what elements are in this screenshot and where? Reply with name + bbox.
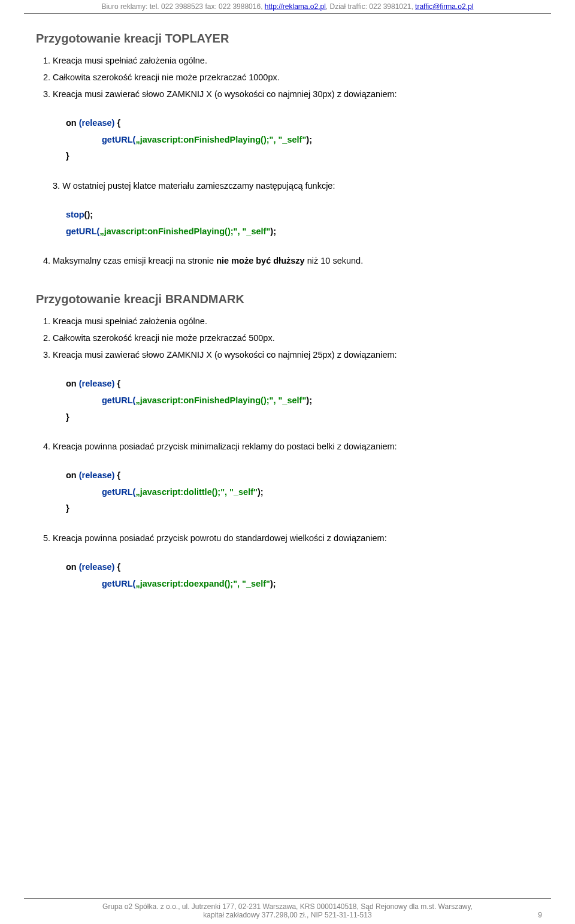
code-token: „javascript:doexpand();", "_self": [135, 579, 270, 588]
code-token: );: [306, 135, 312, 144]
footer-line1: Grupa o2 Spółka. z o.o., ul. Jutrzenki 1…: [24, 902, 551, 911]
page-header: Biuro reklamy: tel. 022 3988523 fax: 022…: [0, 0, 575, 12]
page-number: 9: [538, 911, 542, 919]
code-token: );: [258, 487, 264, 497]
code-token: „javascript:onFinishedPlaying();", "_sel…: [99, 227, 270, 236]
code-token: getURL(: [102, 395, 135, 405]
item4-bold: nie może być dłuższy: [216, 256, 304, 265]
code-token: {: [114, 470, 120, 480]
code-token: on: [66, 562, 79, 572]
section-title-toplayer: Przygotowanie kreacji TOPLAYER: [36, 32, 539, 46]
page-footer: Grupa o2 Spółka. z o.o., ul. Jutrzenki 1…: [0, 899, 575, 924]
item4-post: niż 10 sekund.: [305, 256, 364, 265]
code-token: „javascript:dolittle();", "_self": [135, 487, 258, 497]
code-token: (release): [79, 470, 115, 480]
sub-step-text: W ostatniej pustej klatce materiału zami…: [62, 181, 335, 191]
list-item: Całkowita szerokość kreacji nie może prz…: [53, 330, 539, 346]
header-link-reklama[interactable]: http://reklama.o2.pl: [265, 2, 326, 11]
code-token: );: [270, 579, 276, 588]
item4-pre: Maksymalny czas emisji kreacji na stroni…: [53, 256, 216, 265]
list-item: Kreacja musi zawierać słowo ZAMKNIJ X (o…: [53, 86, 539, 102]
code-token: }: [66, 503, 69, 513]
code-token: (release): [79, 562, 115, 572]
list-item: Kreacja musi spełniać założenia ogólne.: [53, 313, 539, 329]
code-token: „javascript:onFinishedPlaying();", "_sel…: [135, 135, 306, 144]
brandmark-list: Kreacja musi spełniać założenia ogólne. …: [36, 313, 539, 363]
code-token: }: [66, 412, 69, 422]
code-token: {: [114, 118, 120, 128]
code-token: on: [66, 470, 79, 480]
sub-step: 3. W ostatniej pustej klatce materiału z…: [53, 178, 539, 194]
code-token: on: [66, 118, 79, 128]
code-token: }: [66, 151, 69, 161]
section-title-brandmark: Przygotowanie kreacji BRANDMARK: [36, 292, 539, 306]
code-token: stop: [66, 210, 84, 219]
code-token: (release): [79, 379, 115, 388]
header-link-email[interactable]: traffic@firma.o2.pl: [415, 2, 473, 11]
header-text-mid: , Dział traffic: 022 3981021,: [326, 2, 415, 11]
code-block: on (release) { getURL(„javascript:doexpa…: [66, 559, 539, 592]
code-block: on (release) { getURL(„javascript:onFini…: [66, 115, 539, 165]
code-token: );: [306, 395, 312, 405]
code-token: );: [270, 227, 276, 236]
header-text: Biuro reklamy: tel. 022 3988523 fax: 022…: [102, 2, 265, 11]
code-token: getURL(: [102, 487, 135, 497]
code-token: {: [114, 379, 120, 388]
list-item: Kreacja musi zawierać słowo ZAMKNIJ X (o…: [53, 347, 539, 363]
code-block: on (release) { getURL(„javascript:dolitt…: [66, 467, 539, 517]
list-item: Kreacja musi spełniać założenia ogólne.: [53, 53, 539, 68]
code-token: getURL(: [66, 227, 99, 236]
sub-step-number: 3.: [53, 181, 60, 191]
footer-line2: kapitał zakładowy 377.298,00 zł., NIP 52…: [24, 911, 551, 919]
brandmark-list-cont: Kreacja powinna posiadać przycisk minima…: [36, 439, 539, 454]
list-item: Kreacja powinna posiadać przycisk powrot…: [53, 530, 539, 546]
code-token: „javascript:onFinishedPlaying();", "_sel…: [135, 395, 306, 405]
list-item: Maksymalny czas emisji kreacji na stroni…: [53, 253, 539, 268]
code-token: on: [66, 379, 79, 388]
document-body: Przygotowanie kreacji TOPLAYER Kreacja m…: [0, 14, 575, 897]
list-item: Kreacja powinna posiadać przycisk minima…: [53, 439, 539, 454]
code-block: stop(); getURL(„javascript:onFinishedPla…: [66, 207, 539, 240]
toplayer-list: Kreacja musi spełniać założenia ogólne. …: [36, 53, 539, 102]
code-token: getURL(: [102, 579, 135, 588]
code-token: {: [114, 562, 120, 572]
code-token: (release): [79, 118, 115, 128]
brandmark-list-cont2: Kreacja powinna posiadać przycisk powrot…: [36, 530, 539, 546]
code-token: ();: [84, 210, 93, 219]
code-block: on (release) { getURL(„javascript:onFini…: [66, 376, 539, 425]
code-token: getURL(: [102, 135, 135, 144]
list-item: Całkowita szerokość kreacji nie może prz…: [53, 70, 539, 85]
toplayer-list-cont: Maksymalny czas emisji kreacji na stroni…: [36, 253, 539, 268]
